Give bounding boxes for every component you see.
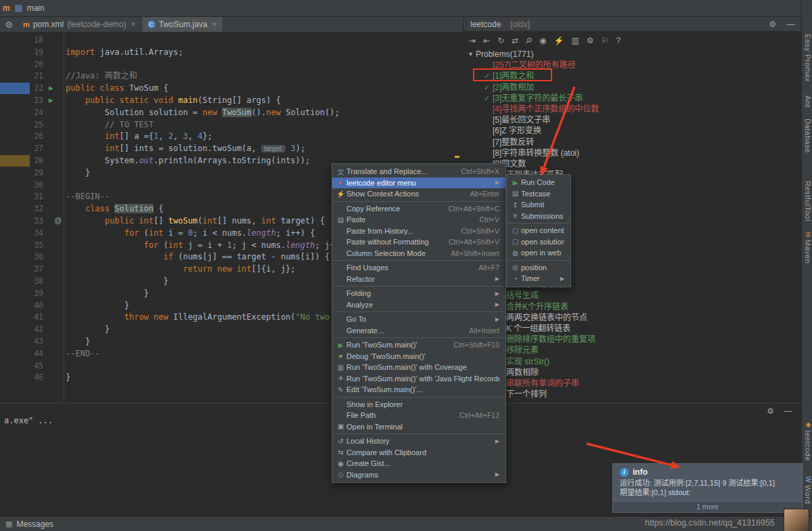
menu-item-run-twosum-main[interactable]: ▶Run 'TwoSum.main()'Ctrl+Shift+F10 [332,339,505,351]
close-icon[interactable]: × [131,20,136,29]
tree-item-27[interactable]: ✓[27]移除元素 [464,345,800,356]
tab-twosum-java[interactable]: C TwoSum.java × [142,17,223,32]
pick-icon[interactable]: ◉ [539,36,546,45]
annotation-gutter-icon[interactable]: @ [54,216,62,224]
menu-item-find-usages[interactable]: Find UsagesAlt+F7 [332,262,505,274]
tree-item-7[interactable]: [7]整数反转 [464,137,800,148]
run-gutter-icon[interactable]: ▶ [49,85,53,91]
menu-item-debug-twosum-main[interactable]: ●Debug 'TwoSum.main()' [332,351,505,362]
menu-item-leetcode-editor-menu[interactable]: ◐leetcode editor menu▶ [332,177,505,189]
chart-icon[interactable]: ▥ [572,36,579,45]
tool-window-button-database[interactable]: Database [802,115,812,157]
menu-item-analyze[interactable]: Analyze▶ [332,299,505,311]
menu-item-position[interactable]: ◎position [507,262,570,274]
tree-item-28-strstr[interactable]: ✓[28]实现 strStr() [464,356,800,367]
menu-item-show-in-explorer[interactable]: Show in Explorer [332,399,505,410]
menu-item-local-history[interactable]: ↺Local History▶ [332,436,505,447]
menu-item-column-selection-mode[interactable]: Column Selection ModeAlt+Shift+Insert [332,248,505,259]
tool-window-button-label: Easy Promax [804,34,812,82]
menu-item-run-twosum-main-with-java-flight-recorder[interactable]: ✈Run 'TwoSum.main()' with 'Java Flight R… [332,373,505,385]
menu-item-open-in-web[interactable]: ◍open in web [507,247,570,259]
tree-item-6-z[interactable]: [6]Z 字形变换 [464,125,800,136]
menu-item-open-solution[interactable]: ▢open solution [507,236,570,248]
tool-window-switcher-icon[interactable]: ▦ [5,519,12,528]
menu-item-timer[interactable]: ◔Timer▶ [507,273,570,284]
tool-window-button-ant[interactable]: Ant [802,92,812,111]
tree-item-30[interactable]: [30]串联所有单词的子串 [464,378,800,389]
tab-pom-xml[interactable]: m pom.xml (leetcode-demo) × [18,17,142,32]
panel-title[interactable]: leetcode [470,20,501,29]
editor-tab-bar: ⚙ m pom.xml (leetcode-demo) × C TwoSum.j… [0,17,463,33]
bulb-icon: ⚡ [335,190,346,198]
tab-label-suffix: (leetcode-demo) [67,20,126,29]
tree-item-9[interactable]: [9]回文数 [464,158,800,169]
menu-item-generate[interactable]: Generate...Alt+Insert [332,325,505,337]
minimize-icon[interactable]: — [787,20,795,29]
sign-in-icon[interactable]: ⇥ [469,36,476,45]
tree-item-22[interactable]: ✓[22]括号生成 [464,290,800,301]
gear-icon[interactable]: ⚙ [767,406,774,416]
tree-item-26[interactable]: ✓[26]删除排序数组中的重复项 [464,334,800,345]
menu-item-folding[interactable]: Folding▶ [332,288,505,299]
lightning-icon[interactable]: ⚡ [554,36,564,45]
tree-root-problems[interactable]: ▼Problems(1771) [464,49,800,60]
tree-item-31[interactable]: [31]下一个排列 [464,389,800,400]
menu-item-create-gist[interactable]: ◉Create Gist... [332,458,505,469]
menu-item-open-in-terminal[interactable]: ▣Open in Terminal [332,421,505,433]
tree-item-1[interactable]: ✓[1]两数之和 [464,70,800,81]
search-icon[interactable]: ⚲ [524,35,535,46]
menu-item-paste[interactable]: ▤PasteCtrl+V [332,214,505,226]
menu-item-open-content[interactable]: ▢open content [507,225,570,236]
tree-item-29[interactable]: [29]两数相除 [464,367,800,378]
menu-item-show-context-actions[interactable]: ⚡Show Context ActionsAlt+Enter [332,188,505,200]
submissions-icon: ≡ [510,212,521,219]
menu-item-refactor[interactable]: Refactor▶ [332,274,505,285]
gear-icon[interactable]: ⚙ [0,17,18,32]
tree-item-25-k[interactable]: [25]K 个一组翻转链表 [464,323,800,334]
menu-item-paste-without-formatting[interactable]: Paste without FormattingCtrl+Alt+Shift+V [332,236,505,248]
tree-item-24[interactable]: [24]两两交换链表中的节点 [464,312,800,323]
breadcrumb-project[interactable]: main [27,3,45,13]
line-number: 44 [0,348,43,360]
menu-item-translate-and-replace[interactable]: 文Translate and Replace...Ctrl+Shift+X [332,166,505,177]
tree-item-3[interactable]: ✓[3]无重复字符的最长子串 [464,93,800,104]
tree-item-4[interactable]: [4]寻找两个正序数组的中位数 [464,104,800,114]
shuffle-icon[interactable]: ⇄ [512,36,518,45]
close-icon[interactable]: × [212,20,217,29]
minimize-icon[interactable]: — [784,406,792,416]
menu-item-edit-twosum-main[interactable]: ✎Edit 'TwoSum.main()'... [332,384,505,396]
tree-item-5[interactable]: [5]最长回文子串 [464,114,800,125]
sign-out-icon[interactable]: ⇤ [483,36,490,45]
menu-item-run-twosum-main-with-coverage[interactable]: ▥Run 'TwoSum.main()' with Coverage [332,362,505,373]
menu-item-testcase[interactable]: ▤Testcase [507,188,570,200]
gear-icon[interactable]: ⚙ [769,20,776,29]
menu-item-run-code[interactable]: ▶Run Code [507,177,570,188]
menu-item-go-to[interactable]: Go To▶ [332,314,505,325]
solved-check-icon: ✓ [484,82,490,93]
flag-icon[interactable]: ⚐ [602,36,609,45]
tool-window-button-word-onlin[interactable]: WWord Onlin [802,469,812,512]
menu-item-submit[interactable]: ↥Submit [507,199,570,211]
refresh-icon[interactable]: ↻ [497,36,504,45]
menu-item-copy-reference[interactable]: Copy ReferenceCtrl+Alt+Shift+C [332,203,505,215]
menu-item-submissions[interactable]: ≡Submissions [507,211,570,222]
menu-item-file-path[interactable]: File PathCtrl+Alt+F12 [332,410,505,421]
tree-item-8-atoi[interactable]: [8]字符串转换整数 (atoi) [464,148,800,158]
menu-item-compare-with-clipboard[interactable]: ⇆Compare with Clipboard [332,447,505,459]
scrollbar-mark[interactable] [455,156,459,158]
tool-window-button-maven[interactable]: mMaven [802,232,812,263]
notification-more-link[interactable]: 1 more [613,501,802,512]
tool-window-button-leetcode[interactable]: ◆leetcode [802,416,812,466]
tool-window-button-easy-promax[interactable]: Easy Promax [802,27,812,88]
menu-item-paste-from-history[interactable]: Paste from History...Ctrl+Shift+V [332,226,505,237]
tree-item-257[interactable]: [257]二叉树的所有路径 [464,60,800,70]
chevron-down-icon[interactable]: ▼ [468,49,474,60]
messages-button[interactable]: Messages [16,519,53,529]
menu-item-diagrams[interactable]: ◇Diagrams▶ [332,469,505,481]
tool-window-button-restfultool[interactable]: RestfulTool [802,175,812,228]
tree-item-2[interactable]: ✓[2]两数相加 [464,82,800,93]
help-icon[interactable]: ? [616,36,621,45]
run-gutter-icon[interactable]: ▶ [49,97,53,104]
settings-icon[interactable]: ⚙ [587,36,594,45]
tree-item-23-k[interactable]: ✓[23]合并K个升序链表 [464,301,800,312]
